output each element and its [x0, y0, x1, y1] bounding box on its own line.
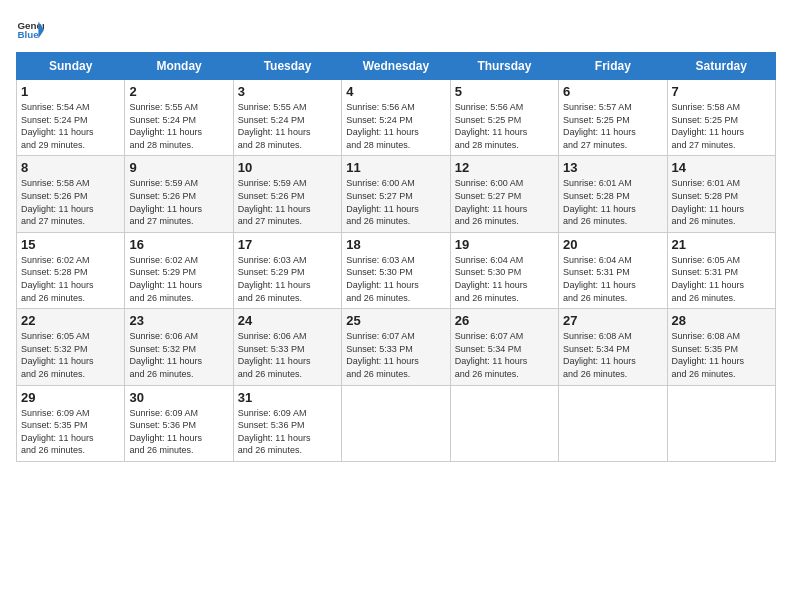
day-number: 17 — [238, 237, 337, 252]
day-number: 16 — [129, 237, 228, 252]
calendar-cell: 8 Sunrise: 5:58 AM Sunset: 5:26 PM Dayli… — [17, 156, 125, 232]
calendar-cell: 27 Sunrise: 6:08 AM Sunset: 5:34 PM Dayl… — [559, 309, 667, 385]
calendar-cell — [559, 385, 667, 461]
calendar-cell — [450, 385, 558, 461]
calendar-cell: 22 Sunrise: 6:05 AM Sunset: 5:32 PM Dayl… — [17, 309, 125, 385]
day-info: Sunrise: 6:04 AM Sunset: 5:30 PM Dayligh… — [455, 254, 554, 304]
calendar-cell: 29 Sunrise: 6:09 AM Sunset: 5:35 PM Dayl… — [17, 385, 125, 461]
day-number: 3 — [238, 84, 337, 99]
day-number: 4 — [346, 84, 445, 99]
calendar-cell: 7 Sunrise: 5:58 AM Sunset: 5:25 PM Dayli… — [667, 80, 775, 156]
day-number: 20 — [563, 237, 662, 252]
day-number: 6 — [563, 84, 662, 99]
calendar-cell: 21 Sunrise: 6:05 AM Sunset: 5:31 PM Dayl… — [667, 232, 775, 308]
day-info: Sunrise: 5:56 AM Sunset: 5:25 PM Dayligh… — [455, 101, 554, 151]
calendar-cell: 11 Sunrise: 6:00 AM Sunset: 5:27 PM Dayl… — [342, 156, 450, 232]
calendar-cell: 13 Sunrise: 6:01 AM Sunset: 5:28 PM Dayl… — [559, 156, 667, 232]
calendar-cell: 17 Sunrise: 6:03 AM Sunset: 5:29 PM Dayl… — [233, 232, 341, 308]
calendar-cell: 30 Sunrise: 6:09 AM Sunset: 5:36 PM Dayl… — [125, 385, 233, 461]
day-info: Sunrise: 6:06 AM Sunset: 5:33 PM Dayligh… — [238, 330, 337, 380]
day-number: 31 — [238, 390, 337, 405]
day-info: Sunrise: 6:02 AM Sunset: 5:28 PM Dayligh… — [21, 254, 120, 304]
day-number: 2 — [129, 84, 228, 99]
calendar-cell: 4 Sunrise: 5:56 AM Sunset: 5:24 PM Dayli… — [342, 80, 450, 156]
day-info: Sunrise: 5:54 AM Sunset: 5:24 PM Dayligh… — [21, 101, 120, 151]
day-info: Sunrise: 6:02 AM Sunset: 5:29 PM Dayligh… — [129, 254, 228, 304]
calendar-cell: 26 Sunrise: 6:07 AM Sunset: 5:34 PM Dayl… — [450, 309, 558, 385]
day-info: Sunrise: 5:59 AM Sunset: 5:26 PM Dayligh… — [129, 177, 228, 227]
day-info: Sunrise: 5:55 AM Sunset: 5:24 PM Dayligh… — [129, 101, 228, 151]
day-number: 19 — [455, 237, 554, 252]
day-number: 30 — [129, 390, 228, 405]
calendar-cell: 14 Sunrise: 6:01 AM Sunset: 5:28 PM Dayl… — [667, 156, 775, 232]
calendar-week-2: 8 Sunrise: 5:58 AM Sunset: 5:26 PM Dayli… — [17, 156, 776, 232]
day-number: 18 — [346, 237, 445, 252]
weekday-header-wednesday: Wednesday — [342, 53, 450, 80]
calendar-cell: 5 Sunrise: 5:56 AM Sunset: 5:25 PM Dayli… — [450, 80, 558, 156]
day-info: Sunrise: 6:03 AM Sunset: 5:30 PM Dayligh… — [346, 254, 445, 304]
day-info: Sunrise: 6:07 AM Sunset: 5:33 PM Dayligh… — [346, 330, 445, 380]
calendar-cell: 31 Sunrise: 6:09 AM Sunset: 5:36 PM Dayl… — [233, 385, 341, 461]
day-info: Sunrise: 6:01 AM Sunset: 5:28 PM Dayligh… — [672, 177, 771, 227]
day-number: 25 — [346, 313, 445, 328]
calendar-cell: 25 Sunrise: 6:07 AM Sunset: 5:33 PM Dayl… — [342, 309, 450, 385]
weekday-header-tuesday: Tuesday — [233, 53, 341, 80]
calendar-cell: 16 Sunrise: 6:02 AM Sunset: 5:29 PM Dayl… — [125, 232, 233, 308]
day-number: 28 — [672, 313, 771, 328]
weekday-header-saturday: Saturday — [667, 53, 775, 80]
calendar-cell: 18 Sunrise: 6:03 AM Sunset: 5:30 PM Dayl… — [342, 232, 450, 308]
day-info: Sunrise: 5:57 AM Sunset: 5:25 PM Dayligh… — [563, 101, 662, 151]
day-number: 12 — [455, 160, 554, 175]
day-number: 7 — [672, 84, 771, 99]
weekday-header-thursday: Thursday — [450, 53, 558, 80]
day-info: Sunrise: 6:06 AM Sunset: 5:32 PM Dayligh… — [129, 330, 228, 380]
svg-text:Blue: Blue — [17, 29, 39, 40]
day-number: 1 — [21, 84, 120, 99]
calendar-table: SundayMondayTuesdayWednesdayThursdayFrid… — [16, 52, 776, 462]
day-info: Sunrise: 6:09 AM Sunset: 5:35 PM Dayligh… — [21, 407, 120, 457]
day-number: 14 — [672, 160, 771, 175]
day-info: Sunrise: 6:09 AM Sunset: 5:36 PM Dayligh… — [238, 407, 337, 457]
calendar-cell: 10 Sunrise: 5:59 AM Sunset: 5:26 PM Dayl… — [233, 156, 341, 232]
logo: General Blue — [16, 16, 44, 44]
day-info: Sunrise: 6:07 AM Sunset: 5:34 PM Dayligh… — [455, 330, 554, 380]
calendar-cell: 24 Sunrise: 6:06 AM Sunset: 5:33 PM Dayl… — [233, 309, 341, 385]
day-info: Sunrise: 6:00 AM Sunset: 5:27 PM Dayligh… — [455, 177, 554, 227]
day-number: 26 — [455, 313, 554, 328]
calendar-cell: 3 Sunrise: 5:55 AM Sunset: 5:24 PM Dayli… — [233, 80, 341, 156]
day-number: 27 — [563, 313, 662, 328]
day-info: Sunrise: 5:55 AM Sunset: 5:24 PM Dayligh… — [238, 101, 337, 151]
calendar-cell: 23 Sunrise: 6:06 AM Sunset: 5:32 PM Dayl… — [125, 309, 233, 385]
calendar-cell: 20 Sunrise: 6:04 AM Sunset: 5:31 PM Dayl… — [559, 232, 667, 308]
day-number: 22 — [21, 313, 120, 328]
day-info: Sunrise: 5:58 AM Sunset: 5:26 PM Dayligh… — [21, 177, 120, 227]
weekday-header-friday: Friday — [559, 53, 667, 80]
day-info: Sunrise: 6:08 AM Sunset: 5:35 PM Dayligh… — [672, 330, 771, 380]
day-number: 8 — [21, 160, 120, 175]
day-info: Sunrise: 6:01 AM Sunset: 5:28 PM Dayligh… — [563, 177, 662, 227]
day-number: 24 — [238, 313, 337, 328]
weekday-header-sunday: Sunday — [17, 53, 125, 80]
day-number: 15 — [21, 237, 120, 252]
day-info: Sunrise: 6:08 AM Sunset: 5:34 PM Dayligh… — [563, 330, 662, 380]
day-info: Sunrise: 6:05 AM Sunset: 5:32 PM Dayligh… — [21, 330, 120, 380]
calendar-cell: 9 Sunrise: 5:59 AM Sunset: 5:26 PM Dayli… — [125, 156, 233, 232]
calendar-body: 1 Sunrise: 5:54 AM Sunset: 5:24 PM Dayli… — [17, 80, 776, 462]
day-info: Sunrise: 5:58 AM Sunset: 5:25 PM Dayligh… — [672, 101, 771, 151]
calendar-week-4: 22 Sunrise: 6:05 AM Sunset: 5:32 PM Dayl… — [17, 309, 776, 385]
calendar-cell: 6 Sunrise: 5:57 AM Sunset: 5:25 PM Dayli… — [559, 80, 667, 156]
weekday-header-row: SundayMondayTuesdayWednesdayThursdayFrid… — [17, 53, 776, 80]
calendar-cell: 12 Sunrise: 6:00 AM Sunset: 5:27 PM Dayl… — [450, 156, 558, 232]
day-info: Sunrise: 6:09 AM Sunset: 5:36 PM Dayligh… — [129, 407, 228, 457]
calendar-cell: 28 Sunrise: 6:08 AM Sunset: 5:35 PM Dayl… — [667, 309, 775, 385]
day-number: 10 — [238, 160, 337, 175]
header: General Blue — [16, 16, 776, 44]
day-info: Sunrise: 5:59 AM Sunset: 5:26 PM Dayligh… — [238, 177, 337, 227]
day-info: Sunrise: 6:05 AM Sunset: 5:31 PM Dayligh… — [672, 254, 771, 304]
day-info: Sunrise: 6:03 AM Sunset: 5:29 PM Dayligh… — [238, 254, 337, 304]
calendar-cell: 2 Sunrise: 5:55 AM Sunset: 5:24 PM Dayli… — [125, 80, 233, 156]
day-number: 23 — [129, 313, 228, 328]
calendar-week-1: 1 Sunrise: 5:54 AM Sunset: 5:24 PM Dayli… — [17, 80, 776, 156]
calendar-cell: 15 Sunrise: 6:02 AM Sunset: 5:28 PM Dayl… — [17, 232, 125, 308]
day-number: 5 — [455, 84, 554, 99]
